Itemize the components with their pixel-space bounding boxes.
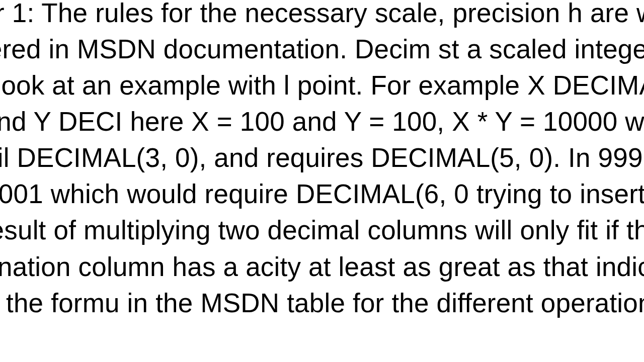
body-paragraph: wer 1: The rules for the necessary scale… bbox=[0, 0, 644, 321]
